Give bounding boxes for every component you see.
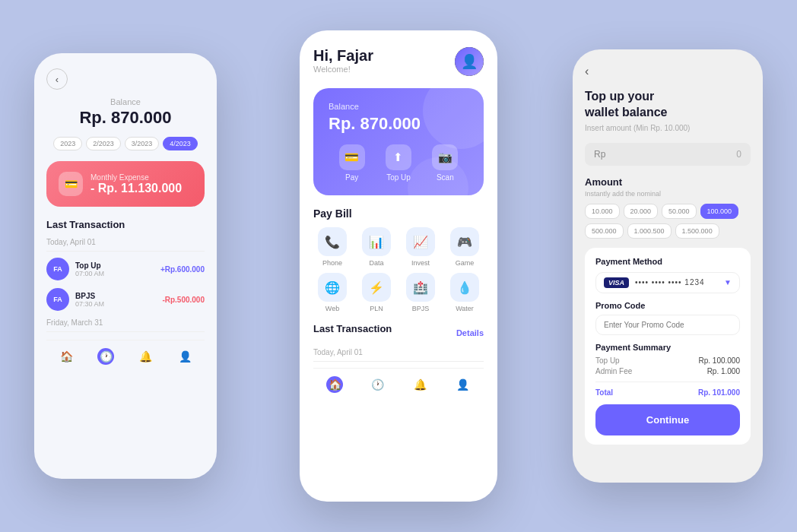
tx-info: BPJS 07:30 AM [75,292,156,308]
balance-amount-left: Rp. 870.000 [46,108,205,128]
game-icon: 🎮 [450,227,479,256]
avatar-img: 👤 [455,47,484,76]
period-tab-3-2023[interactable]: 3/2023 [125,137,160,150]
chip-500000[interactable]: 500.000 [585,223,624,239]
web-icon: 🌐 [318,273,347,302]
bill-item-web[interactable]: 🌐 Web [313,273,351,312]
details-link[interactable]: Details [456,328,484,337]
bottom-nav-center: 🏠 🕐 🔔 👤 [313,368,484,393]
phone-left: ‹ Balance Rp. 870.000 2023 2/2023 3/2023… [34,53,217,479]
period-tabs: 2023 2/2023 3/2023 4/2023 [46,137,205,150]
bill-item-pln[interactable]: ⚡ PLN [357,273,395,312]
bill-item-water[interactable]: 💧 Water [446,273,484,312]
continue-button[interactable]: Continue [595,404,740,435]
user-icon[interactable]: 👤 [176,348,193,365]
bell-icon[interactable]: 🔔 [137,348,154,365]
phone-center: Hi, Fajar Welcome! 👤 Balance Rp. 870.000… [300,30,497,502]
topup-label: Top Up [386,173,411,182]
balance-label-left: Balance [46,97,205,106]
bill-label-web: Web [325,305,339,312]
water-icon: 💧 [450,273,479,302]
balance-card-center: Balance Rp. 870.000 💳 Pay ⬆ Top Up 📷 Sca… [313,88,484,195]
back-button-right[interactable]: ‹ [585,65,751,78]
chip-10000[interactable]: 10.000 [585,204,620,219]
balance-actions: 💳 Pay ⬆ Top Up 📷 Scan [329,144,468,182]
card-number: •••• •••• •••• 1234 [635,278,718,287]
chip-50000[interactable]: 50.000 [662,204,697,219]
tx-amount-positive: +Rp.600.000 [160,265,205,274]
payment-method-section: Payment Method VISA •••• •••• •••• 1234 … [585,248,751,445]
avatar: 👤 [455,47,484,76]
pln-icon: ⚡ [362,273,391,302]
home-icon[interactable]: 🏠 [58,348,75,365]
rp-label: Rp [594,149,605,160]
visa-badge: VISA [604,277,629,288]
back-button-left[interactable]: ‹ [46,68,68,90]
date-label-march: Friday, March 31 [46,318,205,332]
bill-label-bpjs: BPJS [412,305,430,312]
chip-1500000[interactable]: 1.500.000 [675,223,719,239]
center-header: Hi, Fajar Welcome! 👤 [313,47,484,76]
clock-icon[interactable]: 🕐 [97,348,114,365]
bill-item-data[interactable]: 📊 Data [357,227,395,267]
scan-action[interactable]: 📷 Scan [432,144,458,182]
scan-label: Scan [437,173,454,182]
amount-chips-row1: 10.000 20.000 50.000 100.000 [585,204,751,219]
chip-20000[interactable]: 20.000 [624,204,659,219]
bell-icon-center[interactable]: 🔔 [411,376,428,393]
phone-right: ‹ Top up yourwallet balance Insert amoun… [573,49,763,483]
chip-1000500[interactable]: 1.000.500 [627,223,672,239]
bill-item-game[interactable]: 🎮 Game [446,227,484,267]
bpjs-icon: 🏥 [406,273,435,302]
last-tx-header: Last Transaction Details [313,323,484,342]
period-tab-2-2023[interactable]: 2/2023 [86,137,121,150]
pay-bill-title: Pay Bill [313,207,484,220]
expense-info: Monthly Expense - Rp. 11.130.000 [90,173,182,195]
bill-label-pln: PLN [370,305,383,312]
bill-label-phone: Phone [322,259,342,267]
bill-label-invest: Invest [411,259,430,267]
summary-label-topup: Top Up [595,356,620,365]
bill-item-bpjs[interactable]: 🏥 BPJS [402,273,440,312]
payment-method-title: Payment Method [595,257,740,266]
bill-grid: 📞 Phone 📊 Data 📈 Invest 🎮 Game 🌐 Web ⚡ [313,227,484,312]
greeting-welcome: Welcome! [313,65,373,74]
balance-amount-center: Rp. 870.000 [329,114,468,134]
bill-item-phone[interactable]: 📞 Phone [313,227,351,267]
tx-time: 07:30 AM [75,300,156,308]
promo-input[interactable] [595,315,740,335]
avatar: FA [46,258,69,280]
summary-total-label: Total [595,388,613,397]
table-row: FA BPJS 07:30 AM -Rp.500.000 [46,288,205,311]
tx-amount-negative: -Rp.500.000 [162,296,205,304]
promo-title: Promo Code [595,301,740,310]
topup-action[interactable]: ⬆ Top Up [386,144,411,182]
amount-title: Amount [585,176,751,188]
card-row[interactable]: VISA •••• •••• •••• 1234 ▼ [595,272,740,293]
balance-label-center: Balance [329,102,468,111]
tx-info: Top Up 07:00 AM [75,261,154,277]
right-subtitle: Insert amount (Min Rp. 10.000) [585,124,751,132]
chip-100000[interactable]: 100.000 [700,204,739,219]
rp-value: 0 [736,149,741,160]
tx-name: Top Up [75,261,154,270]
rp-input-row[interactable]: Rp 0 [585,143,751,166]
scan-icon: 📷 [432,144,458,170]
last-transaction-title-center: Last Transaction [313,323,392,334]
amount-subtitle: Instantly add the nominal [585,190,751,198]
expense-label: Monthly Expense [90,173,182,182]
pay-action[interactable]: 💳 Pay [339,144,365,182]
summary-value-topup: Rp. 100.000 [699,356,741,365]
summary-title: Payment Summary [595,343,740,352]
bottom-nav-left: 🏠 🕐 🔔 👤 [46,340,205,365]
bill-item-invest[interactable]: 📈 Invest [402,227,440,267]
period-tab-2023[interactable]: 2023 [53,137,82,150]
summary-row-topup: Top Up Rp. 100.000 [595,356,740,365]
pay-icon: 💳 [339,144,365,170]
user-icon-center[interactable]: 👤 [454,376,471,393]
home-icon-center[interactable]: 🏠 [326,376,343,393]
clock-icon-center[interactable]: 🕐 [369,376,386,393]
period-tab-4-2023[interactable]: 4/2023 [163,137,198,150]
dropdown-icon[interactable]: ▼ [724,278,732,287]
summary-value-admin: Rp. 1.000 [707,367,740,375]
